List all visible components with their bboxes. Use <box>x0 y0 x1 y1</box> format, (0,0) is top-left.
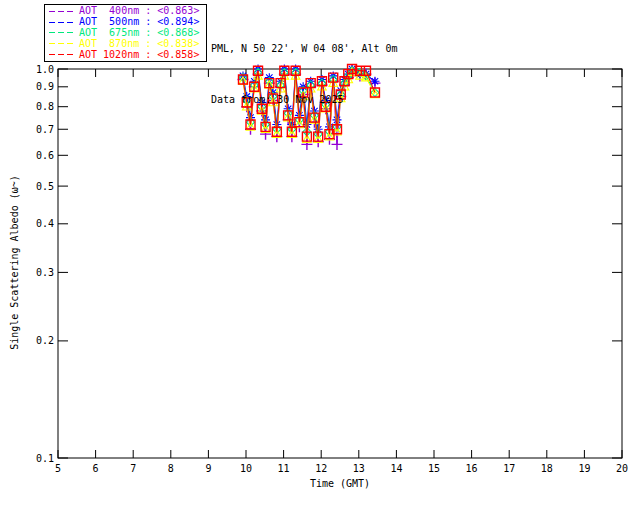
y-tick-label: 0.9 <box>36 81 54 92</box>
x-tick-label: 5 <box>55 463 61 474</box>
legend-line-sample <box>49 54 75 55</box>
legend-line-sample <box>49 32 75 33</box>
y-tick-label: 1.0 <box>36 64 54 75</box>
legend-item-label: AOT 675nm : <0.868> <box>79 28 199 38</box>
y-axis-title: Single Scattering Albedo (ω~) <box>9 163 20 363</box>
ssa-plot-page: 5678910111213141516171819201.00.90.80.70… <box>0 0 640 512</box>
legend-item-3: AOT 870nm : <0.838> <box>47 39 204 49</box>
x-tick-label: 11 <box>278 463 290 474</box>
legend-item-label: AOT 400nm : <0.863> <box>79 6 199 16</box>
x-tick-label: 20 <box>616 463 628 474</box>
y-tick-label: 0.7 <box>36 124 54 135</box>
x-tick-label: 7 <box>130 463 136 474</box>
y-tick-label: 0.3 <box>36 267 54 278</box>
legend-item-0: AOT 400nm : <0.863> <box>47 6 204 16</box>
y-tick-label: 0.8 <box>36 101 54 112</box>
legend-item-4: AOT 1020nm : <0.858> <box>47 50 204 60</box>
legend-item-label: AOT 500nm : <0.894> <box>79 17 199 27</box>
data-date-line: Data from: 30 Nov 2025 <box>211 91 398 108</box>
x-tick-label: 10 <box>240 463 252 474</box>
y-tick-label: 0.1 <box>36 453 54 464</box>
x-axis-title: Time (GMT) <box>240 478 440 489</box>
x-tick-label: 13 <box>353 463 365 474</box>
y-tick-label: 0.6 <box>36 150 54 161</box>
site-info-line: PML, N 50 22', W 04 08', Alt 0m <box>211 40 398 57</box>
y-tick-label: 0.4 <box>36 218 54 229</box>
x-tick-label: 16 <box>466 463 478 474</box>
x-tick-label: 6 <box>93 463 99 474</box>
x-tick-label: 14 <box>390 463 402 474</box>
x-tick-label: 15 <box>428 463 440 474</box>
y-tick-label: 0.2 <box>36 335 54 346</box>
legend-line-sample <box>49 43 75 44</box>
x-tick-label: 9 <box>205 463 211 474</box>
legend-item-1: AOT 500nm : <0.894> <box>47 17 204 27</box>
x-tick-label: 19 <box>578 463 590 474</box>
x-tick-label: 17 <box>503 463 515 474</box>
legend-item-label: AOT 1020nm : <0.858> <box>79 50 199 60</box>
legend-item-label: AOT 870nm : <0.838> <box>79 39 199 49</box>
y-tick-label: 0.5 <box>36 181 54 192</box>
x-tick-label: 12 <box>315 463 327 474</box>
legend-box: AOT 400nm : <0.863>AOT 500nm : <0.894>AO… <box>44 4 207 62</box>
x-tick-label: 8 <box>168 463 174 474</box>
legend-item-2: AOT 675nm : <0.868> <box>47 28 204 38</box>
x-tick-label: 18 <box>541 463 553 474</box>
legend-line-sample <box>49 22 75 23</box>
header-block: PML, N 50 22', W 04 08', Alt 0m Data fro… <box>211 6 398 142</box>
legend-line-sample <box>49 11 75 12</box>
